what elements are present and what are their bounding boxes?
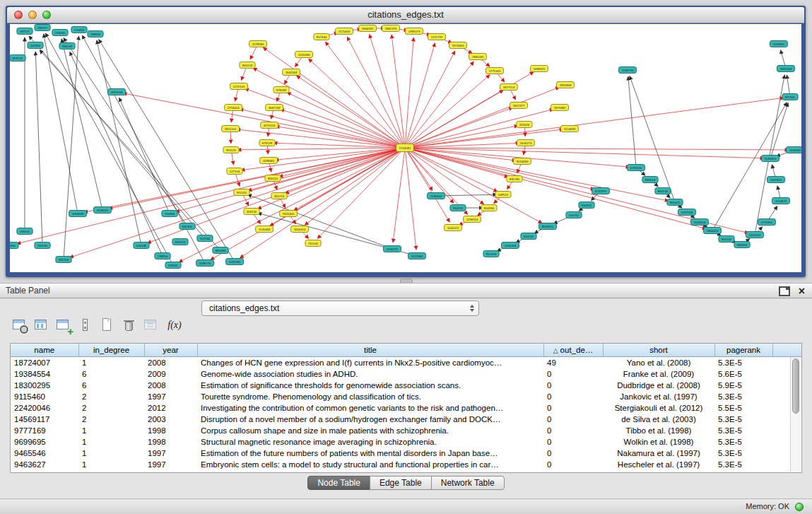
table-cell[interactable]: Tourette syndrome. Phenomenology and cla… [197, 391, 543, 402]
table-cell[interactable]: 0 [543, 436, 603, 448]
network-graph[interactable]: 1825211905172190601704531986032059649461… [10, 24, 801, 272]
table-mode-icon[interactable] [77, 317, 94, 333]
graph-node[interactable]: 2526065 [94, 207, 112, 214]
graph-node[interactable]: 860183 [213, 247, 228, 254]
graph-node[interactable]: 954235 [450, 205, 466, 211]
graph-node[interactable]: 1770352 [758, 219, 776, 226]
zoom-button[interactable] [42, 11, 51, 19]
table-cell[interactable]: Yano et al. (2008) [603, 356, 714, 368]
graph-node[interactable]: 2016534 [108, 89, 126, 95]
graph-node[interactable]: 800124 [240, 62, 255, 69]
table-cell[interactable]: 2012 [144, 402, 197, 414]
table-cell[interactable]: 9699695 [11, 436, 78, 448]
table-cell[interactable]: 5.3E-5 [714, 459, 772, 470]
graph-node[interactable]: 194041 [17, 228, 33, 235]
table-cell[interactable]: 18300295 [11, 380, 78, 391]
table-cell[interactable]: 2003 [144, 414, 197, 425]
graph-node[interactable]: 198603 [88, 31, 103, 37]
graph-node[interactable]: 4275124 [261, 122, 278, 129]
graph-node[interactable]: 861425 [667, 199, 683, 206]
graph-node[interactable]: 1503632 [770, 41, 788, 47]
graph-node[interactable]: 159061 [10, 243, 18, 249]
table-cell[interactable]: 49 [543, 356, 603, 368]
close-panel-icon[interactable]: × [799, 286, 805, 297]
table-cell[interactable]: 5.3E-5 [714, 425, 772, 436]
column-header-out-de-[interactable]: △out_de… [543, 344, 603, 356]
table-cell[interactable]: Investigating the contribution of common… [197, 402, 543, 414]
graph-node[interactable]: 1607477 [510, 103, 528, 109]
graph-node[interactable]: 1941334 [777, 66, 795, 72]
graph-node[interactable]: 1104603 [772, 198, 790, 204]
table-cell[interactable]: 5.3E-5 [714, 436, 772, 448]
table-cell[interactable]: 2 [78, 402, 144, 414]
table-cell[interactable]: Tibbo et al. (1998) [603, 425, 714, 436]
graph-node[interactable]: 150364 [162, 211, 177, 217]
table-cell[interactable]: 1 [78, 436, 144, 448]
column-header-short[interactable]: short [603, 344, 714, 356]
graph-node[interactable]: 941305 [180, 223, 195, 230]
column-header-year[interactable]: year [144, 344, 197, 356]
column-header-title[interactable]: title [197, 344, 543, 356]
graph-node[interactable]: 1775162 [486, 68, 504, 74]
graph-node[interactable]: 107534 [197, 235, 213, 242]
graph-node[interactable]: 1030275 [384, 246, 401, 252]
graph-node[interactable]: 239581 [165, 262, 181, 269]
function-builder-icon[interactable]: f(x) [165, 317, 184, 333]
table-cell[interactable]: 2008 [144, 356, 197, 368]
table-cell[interactable]: 5.6E-5 [714, 368, 772, 380]
graph-node[interactable]: 1595813 [762, 156, 779, 162]
table-cell[interactable]: 9463627 [11, 459, 78, 470]
graph-node[interactable]: 1067415 [767, 177, 785, 183]
graph-node[interactable]: 8543521 [539, 223, 557, 230]
table-row[interactable]: 2242004622012Investigating the contribut… [11, 402, 801, 414]
table-cell[interactable]: 9115460 [11, 391, 78, 402]
table-cell[interactable]: Dudbridge et al. (2008) [603, 380, 714, 391]
graph-node[interactable]: 238914 [155, 253, 170, 259]
table-cell[interactable]: Estimation of the future numbers of pati… [197, 448, 543, 459]
table-cell[interactable]: 1 [78, 425, 144, 436]
graph-node[interactable]: 105752 [566, 212, 582, 218]
graph-node[interactable]: 527104 [227, 168, 242, 175]
graph-node[interactable]: 190517 [35, 25, 50, 31]
graph-node[interactable]: 2278580 [249, 41, 267, 47]
graph-node[interactable]: 1616273 [517, 140, 535, 146]
graph-node[interactable]: 1520468 [256, 226, 273, 233]
graph-node[interactable]: 303132 [244, 209, 259, 215]
table-cell[interactable]: de Silva et al. (2003) [603, 414, 714, 425]
add-rows-icon[interactable] [55, 317, 72, 333]
column-header-name[interactable]: name [11, 344, 78, 356]
graph-node[interactable]: 1241052 [746, 232, 764, 238]
graph-node[interactable]: 979139 [259, 140, 275, 146]
graph-node[interactable]: 3067134 [266, 105, 283, 111]
table-cell[interactable]: 5.3E-5 [714, 414, 772, 425]
graph-node[interactable]: 1485073 [406, 28, 423, 35]
new-column-icon[interactable] [99, 317, 116, 333]
graph-node[interactable]: 1232185 [226, 259, 244, 265]
graph-node[interactable]: 951055 [234, 189, 249, 196]
graph-node[interactable]: 924502 [521, 233, 536, 240]
graph-node[interactable]: 859132 [10, 55, 25, 62]
network-view[interactable]: 1825211905172190601704531986032059649461… [10, 24, 801, 272]
graph-node[interactable]: 1566794 [619, 67, 637, 74]
graph-node[interactable]: 1004614 [691, 219, 709, 226]
table-cell[interactable]: Stergiakouli et al. (2012) [603, 402, 714, 414]
table-cell[interactable]: 5.5E-5 [714, 402, 772, 414]
graph-node[interactable]: 895785 [507, 176, 522, 182]
table-row[interactable]: 1830029562008Estimation of significance … [11, 380, 801, 391]
network-window-titlebar[interactable]: citations_edges.txt [7, 7, 804, 23]
graph-node[interactable]: 1064420 [704, 228, 722, 234]
table-cell[interactable]: Nakamura et al. (1997) [603, 448, 714, 459]
graph-node[interactable]: 843514 [642, 177, 658, 183]
graph-node[interactable]: 182521 [17, 28, 33, 35]
table-cell[interactable]: Hescheler et al. (1997) [603, 459, 714, 470]
table-cell[interactable]: 0 [543, 391, 603, 402]
table-cell[interactable]: Wolkin et al. (1998) [603, 436, 714, 448]
graph-node[interactable]: 946134 [59, 43, 75, 49]
table-cell[interactable]: 0 [543, 368, 603, 380]
graph-node[interactable]: 978183 [273, 87, 289, 93]
table-cell[interactable]: 0 [543, 448, 603, 459]
graph-node[interactable]: 1961376 [382, 25, 400, 32]
graph-node[interactable]: 1258154 [464, 216, 481, 223]
table-settings-icon[interactable] [11, 317, 28, 333]
table-cell[interactable]: 2 [78, 391, 144, 402]
